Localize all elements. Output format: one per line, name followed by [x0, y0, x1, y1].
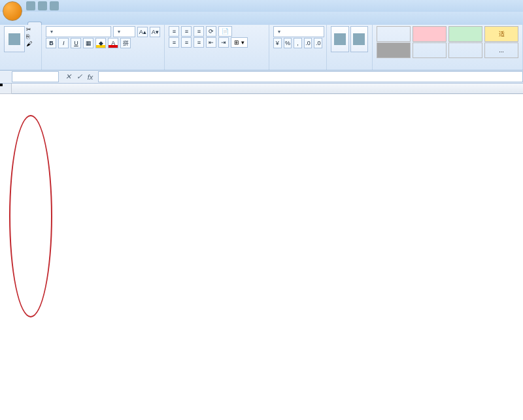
group-font-label: [46, 67, 160, 69]
percent-icon[interactable]: %: [284, 38, 292, 48]
enter-formula-icon[interactable]: ✓: [74, 72, 84, 82]
merge-center-button[interactable]: ⊞ ▾: [231, 37, 248, 48]
qat-save-icon[interactable]: [26, 1, 35, 10]
ribbon: ✂ ⎘ 🖌 A▴ A▾ B I U ▦ ◆ A 拼: [0, 25, 523, 71]
qat-undo-icon[interactable]: [38, 1, 47, 10]
increase-decimal-icon[interactable]: .0: [304, 38, 312, 48]
style-more[interactable]: ...: [484, 42, 518, 58]
font-size-select[interactable]: [113, 26, 135, 37]
cancel-formula-icon[interactable]: ✕: [63, 72, 73, 82]
italic-button[interactable]: I: [58, 38, 69, 48]
style-neutral[interactable]: 适: [484, 26, 518, 42]
comma-icon[interactable]: ,: [294, 38, 302, 48]
increase-font-icon[interactable]: A▴: [137, 27, 148, 37]
paste-button[interactable]: [4, 26, 25, 52]
qat-redo-icon[interactable]: [50, 1, 59, 10]
orientation-icon[interactable]: ⟳: [206, 26, 216, 37]
align-bottom-icon[interactable]: ≡: [194, 26, 204, 37]
indent-inc-icon[interactable]: ⇥: [218, 37, 229, 48]
group-styles-label: [377, 67, 518, 69]
office-button[interactable]: [3, 1, 22, 21]
cells-area[interactable]: [12, 94, 523, 420]
format-painter-button[interactable]: 🖌: [26, 40, 32, 47]
currency-icon[interactable]: ¥: [273, 38, 282, 48]
cut-button[interactable]: ✂: [26, 26, 32, 33]
style-warning[interactable]: [448, 42, 482, 58]
select-all-corner[interactable]: [0, 84, 12, 94]
formula-input[interactable]: [98, 71, 523, 82]
column-headers[interactable]: [12, 84, 523, 94]
decrease-font-icon[interactable]: A▾: [150, 27, 160, 37]
number-format-select[interactable]: [273, 26, 324, 37]
align-middle-icon[interactable]: ≡: [181, 26, 192, 37]
style-good[interactable]: [448, 26, 482, 42]
copy-button[interactable]: ⎘: [26, 33, 32, 40]
align-top-icon[interactable]: ≡: [169, 26, 179, 37]
wrap-text-button[interactable]: 📄: [218, 26, 232, 37]
paste-icon: [8, 33, 20, 45]
group-number-label: [273, 67, 322, 69]
cond-format-icon: [334, 33, 346, 45]
spreadsheet-grid[interactable]: [0, 84, 523, 420]
font-name-select[interactable]: [46, 26, 111, 37]
decrease-decimal-icon[interactable]: .0: [314, 38, 322, 48]
indent-dec-icon[interactable]: ⇤: [206, 37, 216, 48]
phonetic-button[interactable]: 拼: [120, 38, 131, 48]
border-button[interactable]: ▦: [83, 38, 93, 48]
format-as-table-button[interactable]: [350, 26, 369, 52]
title-bar: [0, 0, 523, 12]
underline-button[interactable]: U: [71, 38, 81, 48]
align-center-icon[interactable]: ≡: [181, 37, 192, 48]
align-left-icon[interactable]: ≡: [169, 37, 179, 48]
name-box[interactable]: [12, 71, 59, 82]
conditional-format-button[interactable]: [331, 26, 349, 52]
align-right-icon[interactable]: ≡: [194, 37, 204, 48]
style-check[interactable]: [377, 42, 411, 58]
group-alignment-label: [169, 67, 265, 69]
bold-button[interactable]: B: [46, 38, 56, 48]
group-clipboard-label: [4, 67, 37, 69]
fill-color-button[interactable]: ◆: [95, 38, 106, 48]
table-format-icon: [353, 33, 365, 45]
style-bad[interactable]: [413, 26, 447, 42]
quick-access-toolbar: [26, 1, 59, 10]
style-normal[interactable]: [377, 26, 411, 42]
font-color-button[interactable]: A: [108, 38, 118, 48]
ribbon-tabs: [0, 12, 523, 25]
style-explain[interactable]: [413, 42, 447, 58]
fx-icon[interactable]: fx: [85, 72, 95, 82]
formula-bar: ✕ ✓ fx: [0, 71, 523, 84]
